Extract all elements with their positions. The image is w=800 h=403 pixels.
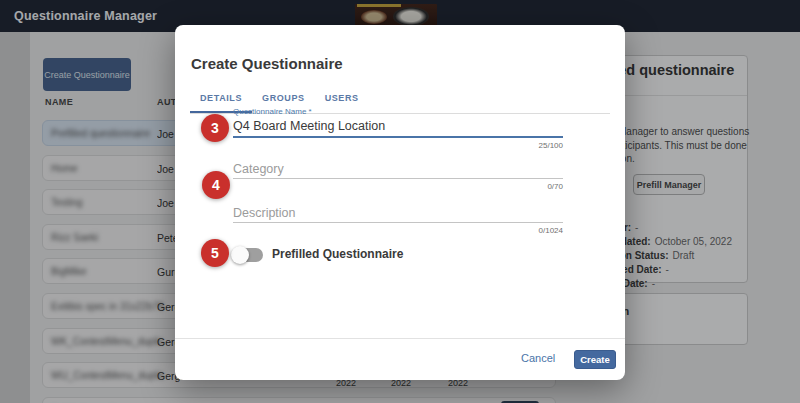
- annotation-badge-3: 3: [201, 114, 229, 142]
- tab-users[interactable]: USERS: [315, 87, 369, 113]
- toggle-knob: [231, 246, 249, 264]
- create-questionnaire-modal: Create Questionnaire DETAILS GROUPS USER…: [175, 25, 625, 380]
- annotation-badge-4: 4: [202, 171, 230, 199]
- prefilled-toggle[interactable]: [233, 248, 263, 262]
- category-field-underline: [233, 178, 563, 179]
- description-field-counter: 0/1024: [233, 226, 563, 235]
- description-field-underline: [233, 222, 563, 223]
- prefilled-toggle-label: Prefilled Questionnaire: [272, 247, 403, 261]
- modal-footer-divider: [175, 338, 625, 339]
- cancel-button[interactable]: Cancel: [521, 352, 555, 364]
- category-field-counter: 0/70: [233, 182, 563, 191]
- description-field-input[interactable]: Description: [233, 206, 296, 220]
- annotation-badge-5: 5: [201, 239, 229, 267]
- create-button[interactable]: Create: [574, 350, 616, 369]
- category-field-input[interactable]: Category: [233, 162, 284, 176]
- modal-title: Create Questionnaire: [191, 55, 343, 72]
- name-field-label: Questionnaire Name *: [233, 107, 312, 116]
- name-field-input[interactable]: Q4 Board Meeting Location: [233, 119, 385, 133]
- name-field-counter: 25/100: [233, 141, 563, 150]
- name-field-underline: [233, 136, 563, 138]
- app-window: Questionnaire Manager Create Questionnai…: [0, 0, 800, 403]
